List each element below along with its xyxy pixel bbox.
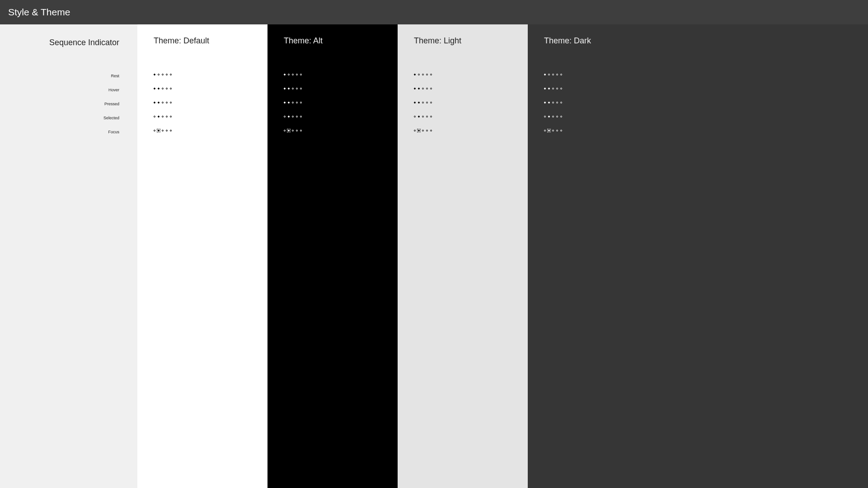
sequence-dot[interactable] xyxy=(552,116,554,117)
sequence-dot[interactable] xyxy=(430,102,432,103)
sequence-dot[interactable] xyxy=(556,130,558,131)
sequence-dot[interactable] xyxy=(300,102,302,103)
sequence-dot[interactable] xyxy=(166,130,168,131)
sequence-dot[interactable] xyxy=(560,88,562,89)
sequence-dot[interactable] xyxy=(154,88,155,89)
sequence-dot[interactable] xyxy=(300,130,302,131)
sequence-dot[interactable] xyxy=(296,74,298,75)
sequence-dot[interactable] xyxy=(544,130,546,131)
sequence-dot[interactable] xyxy=(544,74,546,75)
sequence-dot[interactable] xyxy=(158,130,160,131)
sequence-dot[interactable] xyxy=(170,74,172,75)
sequence-dot[interactable] xyxy=(170,130,172,131)
sequence-dot[interactable] xyxy=(284,116,286,117)
sequence-dot[interactable] xyxy=(544,102,546,103)
sequence-dot[interactable] xyxy=(162,74,164,75)
sequence-dot[interactable] xyxy=(418,130,420,131)
sequence-dot[interactable] xyxy=(170,116,172,117)
sequence-dot[interactable] xyxy=(288,116,290,117)
sequence-dot[interactable] xyxy=(284,102,286,103)
sequence-dot[interactable] xyxy=(414,116,416,117)
sequence-dot[interactable] xyxy=(430,130,432,131)
sequence-dot[interactable] xyxy=(166,102,168,103)
sequence-dot[interactable] xyxy=(426,88,428,89)
sequence-dot[interactable] xyxy=(548,88,550,89)
sequence-dot[interactable] xyxy=(426,102,428,103)
sequence-dot[interactable] xyxy=(560,74,562,75)
sequence-dot[interactable] xyxy=(292,74,294,75)
sequence-dot[interactable] xyxy=(556,102,558,103)
sequence-dot[interactable] xyxy=(162,88,164,89)
sequence-dot[interactable] xyxy=(288,88,290,89)
sequence-dot[interactable] xyxy=(292,102,294,103)
sequence-dot[interactable] xyxy=(560,116,562,117)
sequence-dot[interactable] xyxy=(418,74,420,75)
sequence-dot[interactable] xyxy=(284,88,286,89)
sequence-dot[interactable] xyxy=(426,116,428,117)
sequence-dot[interactable] xyxy=(548,116,550,117)
sequence-dot[interactable] xyxy=(556,116,558,117)
sequence-dot[interactable] xyxy=(418,116,420,117)
sequence-dot[interactable] xyxy=(414,130,416,131)
sequence-dot[interactable] xyxy=(296,130,298,131)
sequence-dot[interactable] xyxy=(556,88,558,89)
sequence-dot[interactable] xyxy=(296,102,298,103)
sequence-dot[interactable] xyxy=(154,116,155,117)
sequence-dot[interactable] xyxy=(426,130,428,131)
sequence-dot[interactable] xyxy=(288,74,290,75)
sequence-dot[interactable] xyxy=(548,74,550,75)
sequence-dot[interactable] xyxy=(292,130,294,131)
sequence-dot[interactable] xyxy=(560,130,562,131)
sequence-dot[interactable] xyxy=(552,102,554,103)
sequence-dot[interactable] xyxy=(430,74,432,75)
sequence-dot[interactable] xyxy=(166,88,168,89)
sequence-dot[interactable] xyxy=(158,116,160,117)
sequence-dot[interactable] xyxy=(422,130,424,131)
sequence-dot[interactable] xyxy=(422,116,424,117)
sequence-dot[interactable] xyxy=(284,130,286,131)
sequence-dot[interactable] xyxy=(154,74,155,75)
sequence-dot[interactable] xyxy=(162,130,164,131)
sequence-dot[interactable] xyxy=(162,116,164,117)
sequence-dot[interactable] xyxy=(552,74,554,75)
sequence-dot[interactable] xyxy=(548,130,550,131)
sequence-dot[interactable] xyxy=(430,88,432,89)
sequence-dot[interactable] xyxy=(544,116,546,117)
sequence-dot[interactable] xyxy=(548,102,550,103)
sequence-dot[interactable] xyxy=(556,74,558,75)
sequence-dot[interactable] xyxy=(422,74,424,75)
sequence-dot[interactable] xyxy=(170,102,172,103)
sequence-dot[interactable] xyxy=(418,88,420,89)
sequence-dot[interactable] xyxy=(166,116,168,117)
sequence-dot[interactable] xyxy=(162,102,164,103)
sequence-dot[interactable] xyxy=(166,74,168,75)
sequence-dot[interactable] xyxy=(296,116,298,117)
sequence-dot[interactable] xyxy=(422,102,424,103)
sequence-dot[interactable] xyxy=(418,102,420,103)
sequence-dot[interactable] xyxy=(170,88,172,89)
sequence-dot[interactable] xyxy=(414,88,416,89)
sequence-dot[interactable] xyxy=(300,74,302,75)
sequence-dot[interactable] xyxy=(158,74,160,75)
sequence-dot[interactable] xyxy=(154,130,155,131)
sequence-dot[interactable] xyxy=(414,102,416,103)
sequence-dot[interactable] xyxy=(158,102,160,103)
sequence-dot[interactable] xyxy=(430,116,432,117)
sequence-dot[interactable] xyxy=(288,102,290,103)
sequence-dot[interactable] xyxy=(422,88,424,89)
sequence-dot[interactable] xyxy=(560,102,562,103)
sequence-dot[interactable] xyxy=(300,116,302,117)
sequence-dot[interactable] xyxy=(154,102,155,103)
sequence-dot[interactable] xyxy=(544,88,546,89)
sequence-dot[interactable] xyxy=(292,88,294,89)
sequence-dot[interactable] xyxy=(552,130,554,131)
sequence-dot[interactable] xyxy=(414,74,416,75)
sequence-dot[interactable] xyxy=(292,116,294,117)
sequence-dot[interactable] xyxy=(426,74,428,75)
sequence-dot[interactable] xyxy=(552,88,554,89)
sequence-dot[interactable] xyxy=(300,88,302,89)
sequence-dot[interactable] xyxy=(288,130,290,131)
sequence-dot[interactable] xyxy=(284,74,286,75)
sequence-dot[interactable] xyxy=(158,88,160,89)
sequence-dot[interactable] xyxy=(296,88,298,89)
